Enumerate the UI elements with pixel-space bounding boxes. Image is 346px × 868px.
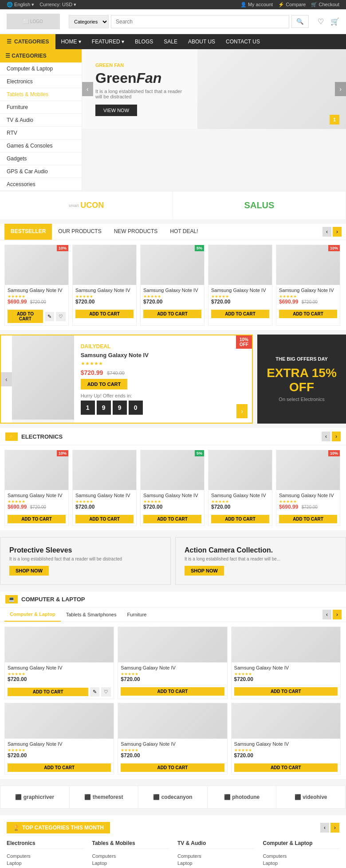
cat-col-item[interactable]: Laptop [177, 860, 254, 867]
product-card: 10% Samsung Galaxy Note IV ★★★★★ $690.99… [4, 450, 69, 526]
nav-featured[interactable]: FEATURED ▾ [86, 34, 130, 49]
add-to-cart-button[interactable]: ADD TO CART [8, 763, 111, 772]
categories-nav-button[interactable]: ☰ CATEGORIES [0, 34, 55, 49]
promo-shop-now-button[interactable]: SHOP NOW [9, 566, 49, 576]
add-to-cart-button[interactable]: ADD TO CART [75, 310, 134, 318]
hero-next-button[interactable]: › [335, 82, 346, 96]
edit-button[interactable]: ✎ [90, 687, 99, 697]
sidebar-item-gadgets[interactable]: Gadgets [0, 152, 82, 165]
add-to-cart-button[interactable]: ADD TO CART [234, 687, 338, 696]
tab-our-products[interactable]: OUR PRODUCTS [52, 224, 107, 240]
search-input[interactable] [111, 15, 289, 28]
tab-next-button[interactable]: › [333, 227, 342, 237]
cat-col-item[interactable]: Computers [7, 852, 83, 860]
product-card: Samsung Galaxy Note IV ★★★★★ $720.00 ADD… [118, 703, 227, 775]
add-to-cart-button[interactable]: ADD TO CART [279, 515, 337, 523]
sidebar-item-games[interactable]: Games & Consoles [0, 140, 82, 152]
daily-deal-old-price: $740.00 [107, 370, 125, 376]
promo-shop-now-button[interactable]: SHOP NOW [185, 566, 224, 576]
hero-subtitle: It is a long established fact that a rea… [95, 89, 184, 99]
sidebar-item-tablets[interactable]: Tablets & Mobiles [0, 88, 82, 101]
partner-photodune[interactable]: ⬛ photodune [208, 786, 277, 808]
product-price: $720.00 [143, 504, 201, 510]
brand-ucon[interactable]: smart UCON [0, 191, 173, 219]
cat-col-item[interactable]: Computers [177, 852, 254, 860]
sidebar-item-gps[interactable]: GPS & Car Audio [0, 165, 82, 178]
tab-bestseller[interactable]: BESTSELLER [4, 224, 52, 240]
cart-icon[interactable]: 🛒 [330, 17, 339, 26]
top-cat-next-button[interactable]: › [330, 823, 339, 833]
partner-themeforest[interactable]: ⬛ themeforest [70, 786, 139, 808]
nav-about[interactable]: ABOUT US [183, 34, 220, 49]
add-to-cart-button[interactable]: ADD TO CART [279, 310, 337, 318]
wishlist-icon[interactable]: ♡ [318, 17, 324, 26]
brand-salus[interactable]: SALUS [173, 191, 346, 219]
edit-button[interactable]: ✎ [45, 312, 54, 321]
nav-blogs[interactable]: BLOGS [130, 34, 158, 49]
tab-computer-laptop[interactable]: Computer & Laptop [4, 607, 61, 622]
add-to-cart-button[interactable]: ADD TO CART [211, 515, 269, 523]
category-dropdown[interactable]: Categories [69, 15, 109, 28]
nav-contact[interactable]: CONTACT US [220, 34, 265, 49]
add-to-cart-button[interactable]: ADD TO CART [75, 515, 134, 523]
search-button[interactable]: 🔍 [291, 15, 309, 28]
wishlist-button[interactable]: ♡ [56, 312, 66, 321]
add-to-cart-button[interactable]: ADD TO CART [234, 763, 338, 772]
language-selector[interactable]: 🌐 English ▾ [7, 2, 34, 8]
electronics-section: ⚡ ELECTRONICS ‹ › 10% Samsung Galaxy Not… [0, 428, 346, 530]
sidebar-item-electronics[interactable]: Electronics [0, 75, 82, 88]
sidebar-item-tvaudio[interactable]: TV & Audio [0, 114, 82, 127]
header-right: ♡ 🛒 [318, 17, 339, 26]
my-account-link[interactable]: 👤 My account [240, 2, 273, 8]
countdown-minutes1: 9 [97, 401, 111, 415]
cat-next-button[interactable]: › [333, 610, 342, 619]
product-image: 5% [141, 245, 204, 285]
compare-link[interactable]: ⚡ Compare [278, 2, 306, 8]
partner-codecanyon[interactable]: ⬛ codecanyon [138, 786, 208, 808]
electronics-prev-button[interactable]: ‹ [322, 432, 330, 441]
add-to-cart-button[interactable]: ADD TO CART [121, 687, 224, 696]
add-to-cart-button[interactable]: ADD TO CART [143, 310, 201, 318]
electronics-next-button[interactable]: › [332, 432, 341, 441]
add-to-cart-button[interactable]: ADD TO CART [8, 688, 88, 696]
promo-banner-sleeves: Protective Sleeves It is a long establis… [0, 537, 171, 585]
sidebar-item-computer[interactable]: Computer & Laptop [0, 62, 82, 75]
top-cat-prev-button[interactable]: ‹ [320, 823, 329, 833]
deal-next-button[interactable]: › [236, 404, 248, 418]
add-to-cart-button[interactable]: ADD TO CART [143, 515, 201, 523]
product-name: Samsung Galaxy Note IV [121, 665, 224, 670]
tab-hot-deal[interactable]: HOT DEAL! [164, 224, 204, 240]
add-to-cart-button[interactable]: ADD TO CART [211, 310, 269, 318]
nav-sale[interactable]: SALE [158, 34, 183, 49]
product-actions: ADD TO CART [208, 307, 272, 320]
cat-col-item[interactable]: Laptop [7, 860, 83, 867]
currency-selector[interactable]: Currency: USD ▾ [39, 2, 76, 8]
cat-col-item[interactable]: Laptop [92, 860, 169, 867]
nav-home[interactable]: HOME ▾ [55, 34, 86, 49]
cat-col-item[interactable]: Computers [92, 852, 169, 860]
partner-videohive[interactable]: ⬛ videohive [276, 786, 346, 808]
add-to-cart-button[interactable]: ADD TO CART [8, 310, 43, 323]
computer-laptop-header: 💻 COMPUTER & LAPTOP [0, 592, 346, 607]
hero-prev-button[interactable]: ‹ [82, 82, 93, 96]
add-to-cart-button[interactable]: ADD TO CART [121, 763, 224, 772]
tab-tablets-smartphones[interactable]: Tablets & Smartphones [61, 608, 122, 621]
checkout-link[interactable]: 🛒 Checkout [311, 2, 339, 8]
product-info: Samsung Galaxy Note IV ★★★★★ $720.00 [5, 739, 114, 761]
sidebar-item-furniture[interactable]: Furniture [0, 101, 82, 114]
wishlist-button[interactable]: ♡ [101, 687, 111, 697]
cat-col-item[interactable]: Laptop [263, 860, 340, 867]
cat-prev-button[interactable]: ‹ [322, 610, 331, 619]
partner-graphicriver[interactable]: ⬛ graphicriver [0, 786, 70, 808]
sidebar-item-rtv[interactable]: RTV [0, 127, 82, 140]
add-to-cart-button[interactable]: ADD TO CART [8, 515, 66, 523]
sidebar-item-accessories[interactable]: Accessories [0, 178, 82, 191]
category-column-electronics: Electronics Computers Laptop Macbook Acc… [7, 840, 83, 868]
hero-view-now-button[interactable]: VIEW NOW [95, 105, 137, 116]
deal-prev-button[interactable]: ‹ [1, 372, 12, 386]
daily-deal-add-to-cart-button[interactable]: ADD TO CART [81, 379, 128, 389]
tab-new-products[interactable]: NEW PRODUCTS [108, 224, 164, 240]
tab-furniture[interactable]: Furniture [122, 608, 152, 621]
tab-prev-button[interactable]: ‹ [322, 227, 331, 237]
cat-col-item[interactable]: Computers [263, 852, 340, 860]
